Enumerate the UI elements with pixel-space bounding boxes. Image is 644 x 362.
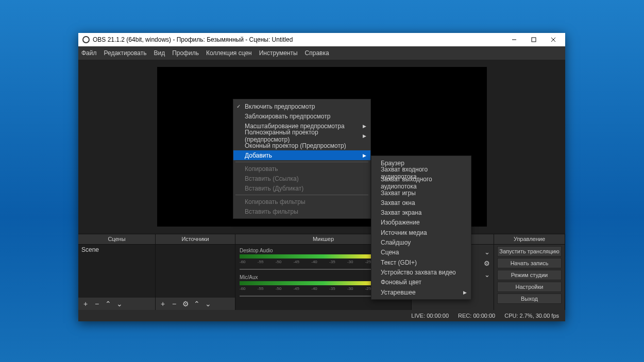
submenu-item[interactable]: Захват выходного аудиопотока — [371, 178, 471, 188]
start-streaming-button[interactable]: Запустить трансляцию — [497, 246, 562, 256]
chevron-right-icon: ▶ — [463, 290, 467, 295]
start-recording-button[interactable]: Начать запись — [497, 258, 562, 268]
add-submenu: БраузерЗахват входного аудиопотокаЗахват… — [371, 156, 471, 300]
exit-button[interactable]: Выход — [497, 294, 562, 304]
check-icon: ✓ — [236, 104, 241, 109]
submenu-label: Текст (GDI+) — [381, 259, 417, 266]
gear-icon[interactable]: ⚙ — [482, 259, 492, 268]
studio-mode-button[interactable]: Режим студии — [497, 270, 562, 280]
svg-rect-1 — [532, 38, 536, 42]
chevron-right-icon: ▶ — [363, 133, 366, 139]
submenu-label: Захват окна — [381, 199, 415, 206]
minimize-button[interactable] — [504, 33, 524, 46]
context-menu-item: Вставить (Дубликат) — [233, 183, 370, 193]
remove-scene-button[interactable]: − — [93, 300, 101, 308]
scenes-panel: Сцены Scene + − ⌃ ⌄ — [78, 234, 156, 310]
submenu-item[interactable]: Захват экрана — [371, 208, 471, 217]
remove-source-button[interactable]: − — [170, 300, 178, 308]
chevron-right-icon: ▶ — [363, 153, 366, 158]
close-button[interactable] — [544, 33, 563, 46]
menu-file[interactable]: Файл — [81, 49, 97, 57]
add-source-button[interactable]: + — [159, 300, 167, 308]
obs-logo-icon — [82, 36, 90, 43]
titlebar: OBS 21.1.2 (64bit, windows) - Профиль: Б… — [78, 33, 565, 46]
sources-list[interactable] — [156, 245, 235, 298]
controls-header: Управление — [494, 234, 565, 245]
menu-scene-collection[interactable]: Коллекция сцен — [206, 49, 252, 57]
maximize-button[interactable] — [524, 33, 544, 46]
submenu-item[interactable]: Фоновый цвет — [371, 278, 471, 287]
move-scene-down-button[interactable]: ⌄ — [115, 300, 124, 308]
submenu-label: Устройство захвата видео — [381, 269, 456, 276]
context-menu-label: Оконный проектор (Предпросмотр) — [245, 142, 346, 149]
scenes-header: Сцены — [78, 234, 155, 245]
submenu-label: Захват экрана — [381, 209, 421, 216]
chevron-down-icon[interactable]: ⌄ — [482, 270, 492, 280]
context-menu-label: Вставить (Ссылка) — [245, 175, 299, 182]
chevron-down-icon[interactable]: ⌄ — [482, 248, 492, 257]
context-menu-label: Добавить — [245, 152, 272, 159]
context-menu-item[interactable]: Оконный проектор (Предпросмотр) — [233, 141, 370, 150]
submenu-item[interactable]: Источник медиа — [371, 228, 471, 237]
submenu-item[interactable]: Слайдшоу — [371, 237, 471, 247]
menu-help[interactable]: Справка — [305, 49, 329, 57]
context-menu-item[interactable]: Добавить▶ — [233, 150, 370, 160]
context-menu-label: Заблокировать предпросмотр — [245, 113, 330, 120]
submenu-label: Устаревшее — [381, 289, 416, 296]
submenu-label: Фоновый цвет — [381, 279, 421, 286]
chevron-right-icon: ▶ — [363, 124, 366, 129]
context-menu-label: Копировать фильтры — [245, 198, 306, 205]
status-cpu: CPU: 2.7%, 30.00 fps — [504, 313, 559, 319]
controls-panel: Управление Запустить трансляцию Начать з… — [494, 234, 565, 310]
context-menu-label: Вставить фильтры — [245, 208, 298, 215]
scene-item[interactable]: Scene — [78, 245, 155, 255]
statusbar: LIVE: 00:00:00 REC: 00:00:00 CPU: 2.7%, … — [78, 310, 565, 321]
context-menu-item: Вставить фильтры — [233, 206, 370, 216]
context-menu-item[interactable]: Заблокировать предпросмотр — [233, 111, 370, 121]
add-scene-button[interactable]: + — [81, 300, 90, 308]
controls-body: Запустить трансляцию Начать запись Режим… — [494, 245, 565, 310]
submenu-label: Изображение — [381, 219, 420, 226]
context-menu-label: Включить предпросмотр — [245, 103, 315, 110]
submenu-item[interactable]: Устаревшее▶ — [371, 287, 471, 297]
status-rec: REC: 00:00:00 — [458, 313, 495, 319]
dock-panels: Сцены Scene + − ⌃ ⌄ Источники + − ⚙ ⌃ ⌄ — [78, 234, 565, 310]
context-menu-item[interactable]: ✓Включить предпросмотр — [233, 101, 370, 111]
menu-view[interactable]: Вид — [154, 49, 165, 57]
submenu-item[interactable]: Захват игры — [371, 188, 471, 198]
menu-profile[interactable]: Профиль — [172, 49, 199, 57]
move-source-down-button[interactable]: ⌄ — [204, 300, 212, 308]
sources-panel: Источники + − ⚙ ⌃ ⌄ — [156, 234, 235, 310]
context-menu-label: Копировать — [245, 165, 278, 173]
menu-tools[interactable]: Инструменты — [259, 49, 298, 57]
submenu-item[interactable]: Текст (GDI+) — [371, 257, 471, 267]
sources-header: Источники — [156, 234, 235, 245]
settings-button[interactable]: Настройки — [497, 282, 562, 292]
context-menu-label: Вставить (Дубликат) — [245, 185, 303, 192]
submenu-item[interactable]: Изображение — [371, 218, 471, 228]
submenu-label: Источник медиа — [381, 229, 427, 236]
submenu-label: Захват игры — [381, 189, 416, 197]
context-menu-item[interactable]: Полноэкранный проектор (предпросмотр)▶ — [233, 131, 370, 141]
source-properties-button[interactable]: ⚙ — [181, 300, 190, 308]
submenu-label: Сцена — [381, 249, 399, 256]
submenu-item[interactable]: Устройство захвата видео — [371, 267, 471, 277]
submenu-item[interactable]: Захват окна — [371, 198, 471, 208]
status-live: LIVE: 00:00:00 — [411, 313, 449, 319]
scenes-list[interactable]: Scene — [78, 245, 155, 298]
move-source-up-button[interactable]: ⌃ — [193, 300, 201, 308]
submenu-label: Слайдшоу — [381, 239, 411, 246]
submenu-item[interactable]: Сцена — [371, 248, 471, 257]
window-title: OBS 21.1.2 (64bit, windows) - Профиль: Б… — [93, 36, 504, 43]
menubar: Файл Редактировать Вид Профиль Коллекция… — [78, 46, 565, 60]
move-scene-up-button[interactable]: ⌃ — [104, 300, 112, 308]
context-menu-separator — [235, 195, 368, 195]
menu-edit[interactable]: Редактировать — [104, 49, 147, 57]
context-menu-item: Вставить (Ссылка) — [233, 174, 370, 183]
context-menu-separator — [235, 162, 368, 162]
context-menu: ✓Включить предпросмотрЗаблокировать пред… — [233, 99, 371, 219]
context-menu-item: Копировать фильтры — [233, 197, 370, 206]
context-menu-item: Копировать — [233, 164, 370, 174]
